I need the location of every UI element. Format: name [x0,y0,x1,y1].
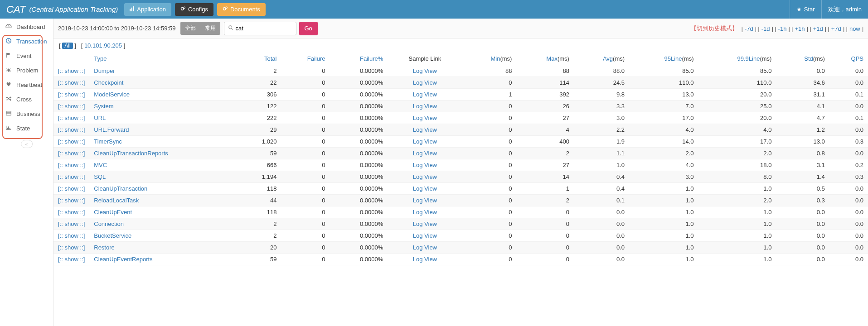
logview-link[interactable]: Log View [413,67,437,74]
col-sample: Sample Link [409,55,441,62]
col-type[interactable]: Type [94,55,107,62]
type-link[interactable]: Dumper [94,67,115,74]
show-link[interactable]: [:: show ::] [58,79,85,86]
col-std[interactable]: Std [804,55,813,62]
history-link--7d[interactable]: -7d [745,25,753,32]
col-min[interactable]: Min [490,55,500,62]
type-link[interactable]: SQL [94,173,106,180]
cell-qps: 0.0 [829,206,868,218]
type-link[interactable]: ModelService [94,91,130,98]
logview-link[interactable]: Log View [413,162,437,168]
col-999line[interactable]: 99.9Line [737,55,760,62]
type-link[interactable]: CleanUpTransactionReports [94,150,168,157]
type-link[interactable]: Connection [94,221,124,227]
history-link-+7d[interactable]: +7d [831,25,841,32]
logview-link[interactable]: Log View [413,244,437,251]
show-link[interactable]: [:: show ::] [58,115,85,121]
type-link[interactable]: ReloadLocalTask [94,197,139,204]
logview-link[interactable]: Log View [413,209,437,216]
logview-link[interactable]: Log View [413,115,437,121]
type-link[interactable]: URL [94,115,106,121]
type-link[interactable]: System [94,103,113,110]
col-max[interactable]: Max [546,55,558,62]
type-link[interactable]: BucketService [94,232,131,239]
logview-link[interactable]: Log View [413,126,437,133]
svg-point-3 [181,7,184,10]
sidebar-item-dashboard[interactable]: Dashboard [0,19,53,34]
history-link-+1d[interactable]: +1d [813,25,823,32]
show-link[interactable]: [:: show ::] [58,67,85,74]
col-failurep[interactable]: Failure% [360,55,383,62]
type-link[interactable]: CleanUpTransaction [94,185,147,192]
ip-link[interactable]: 10.101.90.205 [84,42,122,49]
show-link[interactable]: [:: show ::] [58,232,85,239]
star-button[interactable]: ★ Star [790,0,821,19]
search-input[interactable] [236,25,292,32]
col-failure[interactable]: Failure [307,55,325,62]
type-link[interactable]: TimerSync [94,138,122,145]
nav-configs-button[interactable]: Configs [175,3,213,16]
type-link[interactable]: CleanUpEventReports [94,256,152,263]
history-link-+1h[interactable]: +1h [795,25,805,32]
cell-max: 26 [516,101,573,112]
col-95line[interactable]: 95Line [664,55,682,62]
col-total[interactable]: Total [264,55,276,62]
show-link[interactable]: [:: show ::] [58,256,85,263]
logview-link[interactable]: Log View [413,185,437,192]
nav-documents-button[interactable]: Documents [217,3,266,16]
cell-qps: 0.1 [829,112,868,124]
logview-link[interactable]: Log View [413,232,437,239]
show-link[interactable]: [:: show ::] [58,244,85,251]
history-link--1d[interactable]: -1d [761,25,770,32]
nav-application-button[interactable]: Application [124,3,171,16]
svg-rect-11 [8,126,9,129]
sidebar-item-event[interactable]: Event [0,48,53,63]
show-link[interactable]: [:: show ::] [58,197,85,204]
col-avg[interactable]: Avg [603,55,613,62]
go-button[interactable]: Go [299,22,318,35]
sidebar-item-heartbeat[interactable]: Heartbeat [0,77,53,92]
sidebar-item-transaction[interactable]: Transaction [0,34,53,48]
type-link[interactable]: CleanUpEvent [94,209,132,216]
show-link[interactable]: [:: show ::] [58,221,85,227]
type-link[interactable]: Restore [94,244,115,251]
history-mode-label[interactable]: 【切到历史模式】 [691,24,738,33]
logview-link[interactable]: Log View [413,256,437,263]
show-link[interactable]: [:: show ::] [58,209,85,216]
show-link[interactable]: [:: show ::] [58,103,85,110]
show-link[interactable]: [:: show ::] [58,173,85,180]
history-link--1h[interactable]: -1h [778,25,787,32]
collapse-sidebar-button[interactable]: « [21,140,33,148]
type-link[interactable]: Checkpoint [94,79,123,86]
filter-all-button[interactable]: 全部 [180,22,200,35]
logview-link[interactable]: Log View [413,79,437,86]
show-link[interactable]: [:: show ::] [58,138,85,145]
type-link[interactable]: MVC [94,162,107,168]
show-link[interactable]: [:: show ::] [58,91,85,98]
logview-link[interactable]: Log View [413,173,437,180]
svg-rect-0 [130,9,131,11]
col-qps[interactable]: QPS [851,55,863,62]
sidebar-item-cross[interactable]: Cross [0,92,53,106]
cell-max: 0 [516,206,573,218]
logview-link[interactable]: Log View [413,150,437,157]
filter-common-button[interactable]: 常用 [200,22,220,35]
sidebar-item-state[interactable]: State [0,121,53,135]
show-link[interactable]: [:: show ::] [58,185,85,192]
type-link[interactable]: URL.Forward [94,126,129,133]
show-link[interactable]: [:: show ::] [58,162,85,168]
logview-link[interactable]: Log View [413,221,437,227]
show-link[interactable]: [:: show ::] [58,126,85,133]
logview-link[interactable]: Log View [413,138,437,145]
cell-qps: 0.3 [829,136,868,148]
logview-link[interactable]: Log View [413,197,437,204]
show-link[interactable]: [:: show ::] [58,150,85,157]
sidebar-item-problem[interactable]: Problem [0,63,53,77]
all-link[interactable]: All [62,42,73,49]
user-menu[interactable]: 欢迎，admin [821,0,868,19]
logview-link[interactable]: Log View [413,103,437,110]
sidebar-item-business[interactable]: Business [0,106,53,121]
logview-link[interactable]: Log View [413,91,437,98]
cell-max: 4 [516,124,573,136]
history-link-now[interactable]: now [849,25,860,32]
